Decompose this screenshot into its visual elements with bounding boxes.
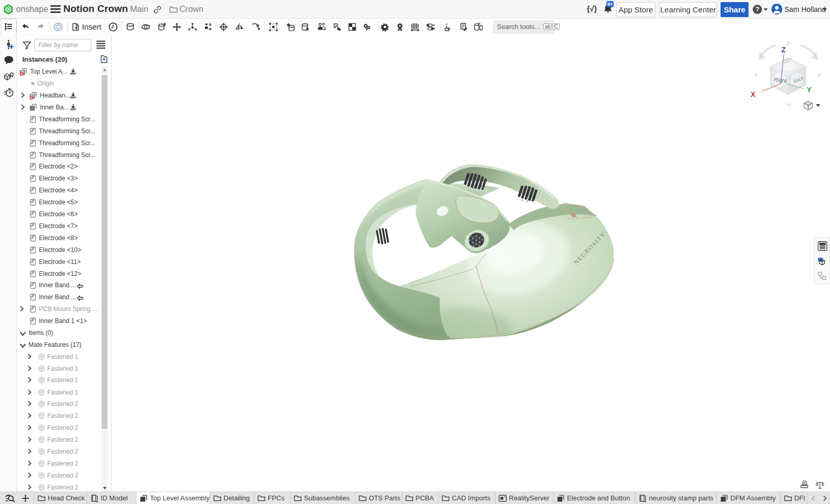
svg-text:Z: Z (781, 46, 786, 54)
svg-text:X: X (751, 90, 756, 99)
svg-text:Y: Y (807, 86, 812, 94)
